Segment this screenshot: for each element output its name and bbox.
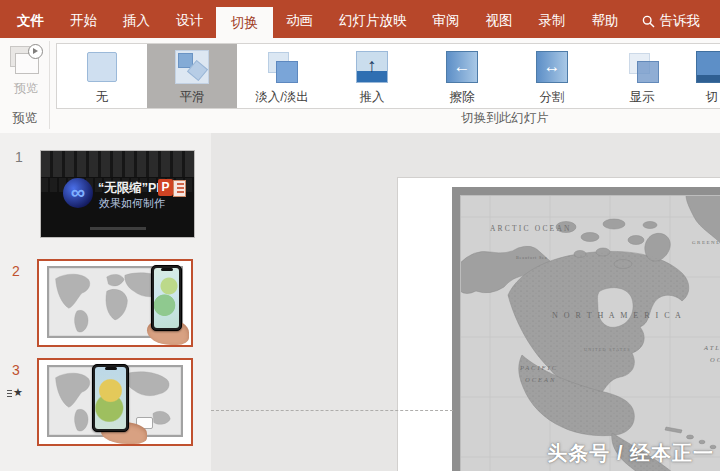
tell-me-search[interactable]: 告诉我 bbox=[638, 4, 705, 38]
tab-home[interactable]: 开始 bbox=[57, 4, 110, 38]
preview-button[interactable]: 预览 bbox=[5, 44, 47, 104]
search-icon bbox=[642, 15, 655, 28]
watermark-text: 头条号 / 经本正一 bbox=[547, 440, 714, 467]
world-map-image[interactable]: ARCTIC OCEAN Beaufort Sea GREENLAND N O … bbox=[452, 187, 720, 471]
tab-help[interactable]: 帮助 bbox=[579, 4, 632, 38]
preview-icon bbox=[9, 44, 43, 76]
horizontal-guide-line[interactable] bbox=[211, 410, 453, 411]
cut-transition-icon bbox=[694, 49, 720, 85]
none-transition-icon bbox=[84, 49, 120, 85]
split-transition-icon: ↔ bbox=[534, 49, 570, 85]
slide-thumbnail-3[interactable] bbox=[37, 358, 193, 446]
transition-label: 无 bbox=[96, 89, 109, 106]
transition-label: 淡入/淡出 bbox=[255, 89, 308, 106]
tab-design[interactable]: 设计 bbox=[163, 4, 216, 38]
transition-split[interactable]: ↔ 分割 bbox=[507, 44, 597, 108]
slide1-subtitle-decoration bbox=[90, 227, 146, 230]
morph-transition-icon bbox=[174, 49, 210, 85]
slide-thumbnail-panel: 1 ∞ “无限缩”PPT 效果如何制作 P 2 bbox=[0, 133, 212, 471]
transition-wipe[interactable]: ← 擦除 bbox=[417, 44, 507, 108]
map-label-atlantic-2: OCEAN bbox=[710, 356, 720, 363]
fade-transition-icon bbox=[264, 49, 300, 85]
slide3-number: 3 bbox=[12, 362, 20, 378]
infinity-logo: ∞ bbox=[63, 178, 93, 208]
tab-record[interactable]: 录制 bbox=[526, 4, 579, 38]
transition-label: 平滑 bbox=[180, 89, 205, 106]
animation-star-icon: ★ bbox=[7, 386, 23, 399]
transition-fade[interactable]: 淡入/淡出 bbox=[237, 44, 327, 108]
preview-button-label: 预览 bbox=[5, 80, 47, 97]
map-label-north-america: N O R T H A M E R I C A bbox=[552, 311, 683, 320]
main-content: 1 ∞ “无限缩”PPT 效果如何制作 P 2 bbox=[0, 133, 720, 471]
transition-morph[interactable]: 平滑 bbox=[147, 44, 237, 108]
wipe-transition-icon: ← bbox=[444, 49, 480, 85]
slide1-title-line2: 效果如何制作 bbox=[99, 196, 165, 211]
tab-review[interactable]: 审阅 bbox=[420, 4, 473, 38]
tab-slideshow[interactable]: 幻灯片放映 bbox=[326, 4, 420, 38]
transitions-ribbon: 预览 无 平滑 淡入/淡出 ↑ 推入 ← 擦除 ↔ 分割 bbox=[0, 38, 720, 134]
phone-image bbox=[151, 265, 182, 331]
push-transition-icon: ↑ bbox=[354, 49, 390, 85]
reveal-transition-icon bbox=[624, 49, 660, 85]
map-label-atlantic-1: ATLANTIC bbox=[703, 344, 720, 351]
slide1-number: 1 bbox=[15, 149, 23, 165]
powerpoint-logo: P bbox=[158, 179, 186, 196]
transition-label: 显示 bbox=[630, 89, 655, 106]
tab-file[interactable]: 文件 bbox=[4, 4, 57, 38]
tab-animations[interactable]: 动画 bbox=[273, 4, 326, 38]
tell-me-label: 告诉我 bbox=[660, 12, 701, 30]
map-label-pacific-2: OCEAN bbox=[525, 376, 556, 383]
transition-label: 推入 bbox=[360, 89, 385, 106]
ribbon-tab-bar: 文件 开始 插入 设计 切换 动画 幻灯片放映 审阅 视图 录制 帮助 告诉我 bbox=[0, 0, 720, 38]
transition-group-label: 切换到此幻灯片 bbox=[400, 110, 610, 127]
transition-label: 分割 bbox=[540, 89, 565, 106]
transition-cut[interactable]: 切 bbox=[667, 44, 720, 108]
map-label-greenland: GREENLAND bbox=[692, 240, 720, 245]
transition-none[interactable]: 无 bbox=[57, 44, 147, 108]
tab-transitions[interactable]: 切换 bbox=[216, 7, 273, 38]
tab-insert[interactable]: 插入 bbox=[110, 4, 163, 38]
preview-group-label: 预览 bbox=[0, 110, 50, 127]
slide-thumbnail-2[interactable] bbox=[37, 259, 193, 347]
slide1-screenshot-strip bbox=[41, 151, 194, 177]
slide-thumbnail-1[interactable]: ∞ “无限缩”PPT 效果如何制作 P bbox=[40, 150, 195, 238]
map-label-pacific-1: PACIFIC bbox=[519, 364, 558, 371]
transition-gallery: 无 平滑 淡入/淡出 ↑ 推入 ← 擦除 ↔ 分割 bbox=[56, 43, 720, 109]
current-slide[interactable]: ARCTIC OCEAN Beaufort Sea GREENLAND N O … bbox=[398, 178, 720, 471]
tab-view[interactable]: 视图 bbox=[473, 4, 526, 38]
map-label-arctic-ocean: ARCTIC OCEAN bbox=[490, 224, 572, 233]
map-label-united-states: UNITED STATES bbox=[584, 347, 631, 352]
phone-image bbox=[92, 364, 129, 432]
transition-label: 切 bbox=[706, 89, 719, 106]
map-label-beaufort-sea: Beaufort Sea bbox=[516, 255, 547, 260]
transition-label: 擦除 bbox=[450, 89, 475, 106]
slide2-number: 2 bbox=[12, 263, 20, 279]
transition-push[interactable]: ↑ 推入 bbox=[327, 44, 417, 108]
slide-editing-canvas: ARCTIC OCEAN Beaufort Sea GREENLAND N O … bbox=[211, 133, 720, 471]
